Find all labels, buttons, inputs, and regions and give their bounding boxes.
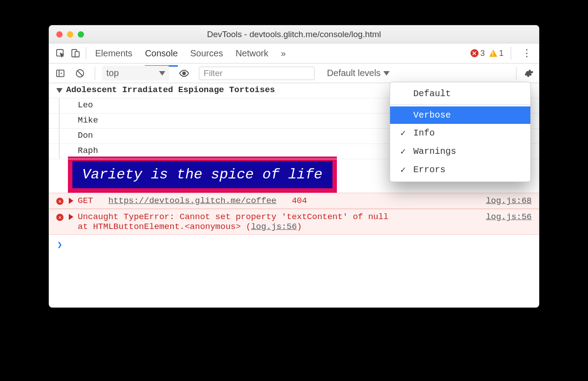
levels-label: Default levels (327, 68, 381, 78)
show-console-sidebar-icon[interactable] (53, 66, 68, 81)
styled-log-message: Variety is the spice of life (72, 161, 332, 188)
tabs-overflow[interactable]: » (281, 45, 286, 62)
svg-rect-2 (75, 51, 79, 57)
check-icon: ✓ (399, 164, 407, 175)
settings-icon[interactable] (524, 68, 533, 78)
clear-console-icon[interactable] (72, 66, 88, 81)
disclosure-right-icon (69, 214, 73, 220)
check-icon: ✓ (399, 127, 407, 139)
error-icon: ✕ (56, 214, 63, 221)
error-badge[interactable]: ✕ 3 (470, 49, 485, 58)
panel-tabs: Elements Console Sources Network » (95, 45, 470, 62)
levels-option-info[interactable]: ✓ Info (390, 124, 530, 142)
inspect-element-icon[interactable] (53, 46, 68, 61)
error-icon: ✕ (470, 49, 479, 57)
svg-point-5 (183, 72, 185, 75)
disclosure-triangle-icon (56, 88, 63, 93)
js-error-row[interactable]: ✕ Uncaught TypeError: Cannot set propert… (49, 209, 539, 235)
error-icon: ✕ (56, 198, 63, 205)
filter-input[interactable] (199, 67, 315, 80)
toolbar-separator (516, 67, 517, 80)
close-window-button[interactable] (56, 31, 63, 38)
levels-option-default[interactable]: Default (390, 85, 530, 102)
toolbar-separator (86, 47, 86, 59)
status-badges: ✕ 3 1 ⋮ (470, 47, 535, 59)
minimize-window-button[interactable] (67, 31, 73, 38)
disclosure-right-icon (69, 198, 73, 204)
error-text: GET https://devtools.glitch.me/coffee 40… (78, 196, 486, 206)
tab-elements[interactable]: Elements (95, 45, 132, 62)
console-prompt[interactable]: ❯ (49, 235, 539, 254)
console-toolbar: top Default levels (49, 64, 539, 83)
error-text: Uncaught TypeError: Cannot set property … (78, 212, 486, 232)
window-title: DevTools - devtools.glitch.me/console/lo… (49, 30, 539, 39)
levels-option-verbose[interactable]: Verbose (390, 106, 530, 124)
more-options-icon[interactable]: ⋮ (522, 47, 532, 59)
titlebar: DevTools - devtools.glitch.me/console/lo… (49, 25, 539, 43)
network-error-row[interactable]: ✕ GET https://devtools.glitch.me/coffee … (49, 193, 539, 209)
warning-count: 1 (499, 49, 504, 58)
levels-option-warnings[interactable]: ✓ Warnings (390, 142, 530, 161)
zoom-window-button[interactable] (78, 31, 84, 38)
context-label: top (106, 68, 119, 78)
device-toolbar-icon[interactable] (68, 46, 83, 61)
chevron-down-icon (383, 71, 390, 76)
devtools-window: DevTools - devtools.glitch.me/console/lo… (49, 25, 539, 308)
menu-separator (390, 104, 530, 105)
error-source-link[interactable]: log.js:68 (486, 196, 532, 206)
svg-rect-3 (57, 70, 64, 76)
warning-icon (489, 50, 497, 57)
error-count: 3 (480, 49, 485, 58)
chevron-down-icon (159, 71, 165, 76)
live-expression-icon[interactable] (176, 66, 192, 81)
tab-network[interactable]: Network (235, 45, 268, 62)
execution-context-selector[interactable]: top (102, 66, 169, 80)
check-icon: ✓ (399, 146, 407, 157)
log-levels-menu: Default Verbose ✓ Info ✓ Warnings ✓ Erro… (390, 82, 531, 182)
stack-link[interactable]: log.js:56 (251, 222, 297, 232)
group-title: Adolescent Irradiated Espionage Tortoise… (66, 85, 275, 95)
toolbar-separator (511, 47, 511, 59)
toolbar-separator (95, 67, 95, 80)
tab-console[interactable]: Console (145, 45, 177, 62)
console-log-pane: Adolescent Irradiated Espionage Tortoise… (49, 83, 539, 254)
warning-badge[interactable]: 1 (489, 49, 504, 58)
error-url[interactable]: https://devtools.glitch.me/coffee (108, 196, 276, 206)
window-controls (56, 31, 84, 38)
tab-sources[interactable]: Sources (190, 45, 223, 62)
main-toolbar: Elements Console Sources Network » ✕ 3 1… (49, 43, 539, 64)
log-levels-selector[interactable]: Default levels (327, 68, 390, 78)
levels-option-errors[interactable]: ✓ Errors (390, 161, 530, 179)
error-source-link[interactable]: log.js:56 (486, 212, 532, 222)
